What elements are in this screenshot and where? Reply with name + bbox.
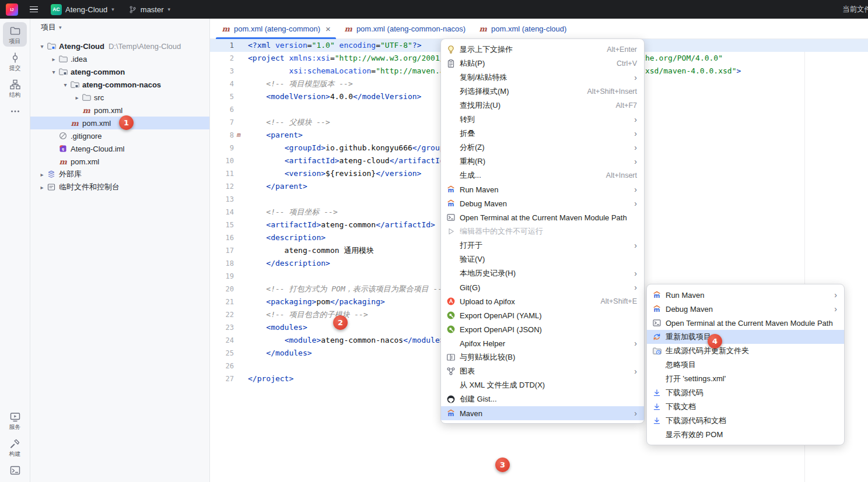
menu-item-icon-slot bbox=[446, 157, 456, 166]
intellij-logo-icon[interactable]: IJ bbox=[6, 3, 18, 16]
tool-button-structure[interactable]: 结构 bbox=[3, 76, 27, 100]
context-menu-item[interactable]: Export OpenAPI (YAML) bbox=[441, 308, 644, 322]
svg-text:m: m bbox=[479, 24, 487, 33]
editor-tab[interactable]: mpom.xml (ateng-common-nacos) bbox=[337, 19, 472, 38]
maven-icon: m bbox=[446, 185, 456, 194]
maven-submenu-item[interactable]: 下载源代码 bbox=[647, 386, 844, 400]
chevron-right-icon[interactable]: ▸ bbox=[72, 94, 82, 101]
tree-item[interactable]: ▸外部库 bbox=[30, 168, 209, 181]
run-disabled-icon bbox=[446, 227, 456, 236]
context-menu-item[interactable]: 生成...Alt+Insert bbox=[441, 168, 644, 182]
chevron-right-icon[interactable]: ▸ bbox=[49, 56, 58, 62]
project-widget[interactable]: AC Ateng-Cloud ▾ bbox=[46, 2, 119, 17]
context-menu-item[interactable]: 复制/粘贴特殊› bbox=[441, 71, 644, 85]
menu-item-icon-slot bbox=[446, 241, 456, 250]
context-menu-item[interactable]: Export OpenAPI (JSON) bbox=[441, 322, 644, 336]
context-menu-item[interactable]: Open Terminal at the Current Maven Modul… bbox=[441, 210, 644, 224]
chevron-right-icon[interactable]: ▸ bbox=[37, 184, 47, 191]
tool-button-services[interactable]: 服务 bbox=[3, 408, 27, 432]
tree-item[interactable]: .gitignore bbox=[30, 129, 209, 142]
menu-item-shortcut: Alt+Insert bbox=[606, 171, 637, 180]
maven-submenu-item[interactable]: 显示有效的 POM bbox=[647, 428, 844, 442]
maven-submenu-item[interactable]: 下载文档 bbox=[647, 400, 844, 414]
menu-item-label: 生成... bbox=[460, 170, 594, 181]
gutter: 14 bbox=[210, 206, 248, 219]
menu-item-label: Open Terminal at the Current Maven Modul… bbox=[460, 213, 637, 222]
tool-button-commit[interactable]: 提交 bbox=[3, 49, 27, 73]
tree-item[interactable]: mpom.xml bbox=[30, 155, 209, 168]
context-menu-item[interactable]: 显示上下文操作Alt+Enter bbox=[441, 43, 644, 57]
close-icon[interactable]: × bbox=[326, 24, 331, 33]
context-menu-item[interactable]: 重构(R)› bbox=[441, 154, 644, 168]
maven-submenu-item[interactable]: 忽略项目 bbox=[647, 358, 844, 372]
openapi-icon bbox=[446, 325, 456, 334]
tree-item[interactable]: ▸临时文件和控制台 bbox=[30, 181, 209, 193]
maven-file-icon: m bbox=[478, 24, 488, 33]
context-menu-item[interactable]: Apifox Helper› bbox=[441, 336, 644, 350]
editor-context-menu: 显示上下文操作Alt+Enter粘贴(P)Ctrl+V复制/粘贴特殊›列选择模式… bbox=[440, 38, 645, 424]
context-menu-item[interactable]: 从 XML 文件生成 DTD(X) bbox=[441, 378, 644, 392]
libraries-icon bbox=[47, 170, 56, 179]
menu-item-label: 粘贴(P) bbox=[460, 58, 605, 69]
maven-submenu-item[interactable]: 下载源代码和文档 bbox=[647, 414, 844, 428]
ignore-file-icon bbox=[58, 131, 68, 140]
chevron-down-icon[interactable]: ▾ bbox=[37, 43, 47, 50]
current-file-widget[interactable]: 当前文件 bbox=[842, 5, 868, 15]
line-number: 1 bbox=[219, 39, 234, 52]
context-menu-item[interactable]: 折叠› bbox=[441, 126, 644, 140]
git-branch-widget[interactable]: master ▾ bbox=[124, 3, 175, 16]
context-menu-item[interactable]: 本地历史记录(H)› bbox=[441, 266, 644, 280]
tree-item[interactable]: ▸.idea bbox=[30, 52, 209, 65]
step-badge-3: 3 bbox=[495, 458, 510, 472]
tool-button-project[interactable]: 项目 bbox=[3, 22, 27, 47]
context-menu-item[interactable]: 打开于› bbox=[441, 238, 644, 252]
context-menu-item[interactable]: Git(G)› bbox=[441, 280, 644, 294]
context-menu-item[interactable]: 创建 Gist... bbox=[441, 392, 644, 406]
tree-item-label: 外部库 bbox=[59, 169, 82, 180]
menu-item-label: 本地历史记录(H) bbox=[460, 268, 628, 279]
maven-submenu-item[interactable]: mDebug Maven› bbox=[647, 302, 844, 316]
tool-button-more[interactable] bbox=[3, 103, 27, 119]
project-tool-icon bbox=[9, 25, 21, 37]
context-menu-item[interactable]: mMaven› bbox=[441, 406, 644, 420]
menu-item-label: 下载源代码 bbox=[666, 388, 837, 398]
tree-item[interactable]: ▸src bbox=[30, 91, 209, 104]
project-panel-header[interactable]: 项目 ▾ bbox=[30, 19, 209, 36]
gutter: 1 bbox=[210, 39, 248, 52]
context-menu-item[interactable]: 转到› bbox=[441, 112, 644, 126]
maven-submenu-item[interactable]: 重新加载项目 bbox=[647, 330, 844, 344]
context-menu-item[interactable]: Upload to ApifoxAlt+Shift+E bbox=[441, 294, 644, 308]
tool-button-build[interactable]: 构建 bbox=[3, 435, 27, 459]
tree-item[interactable]: IJAteng-Cloud.iml bbox=[30, 142, 209, 155]
context-menu-item[interactable]: mDebug Maven› bbox=[441, 196, 644, 210]
main-menu-icon[interactable] bbox=[26, 3, 41, 16]
maven-submenu-item[interactable]: 打开 'settings.xml' bbox=[647, 372, 844, 386]
menu-item-label: Debug Maven bbox=[666, 305, 828, 314]
maven-submenu-item[interactable]: mRun Maven› bbox=[647, 288, 844, 302]
tree-item[interactable]: ▾ateng-common bbox=[30, 65, 209, 78]
context-menu-item[interactable]: 列选择模式(M)Alt+Shift+Insert bbox=[441, 85, 644, 98]
maven-file-icon: m bbox=[70, 118, 79, 128]
tool-button-terminal[interactable] bbox=[3, 462, 27, 479]
menu-item-icon-slot bbox=[446, 115, 456, 124]
menu-item-label: 分析(Z) bbox=[460, 142, 628, 153]
context-menu-item[interactable]: 粘贴(P)Ctrl+V bbox=[441, 57, 644, 71]
context-menu-item[interactable]: 图表› bbox=[441, 364, 644, 378]
chevron-down-icon[interactable]: ▾ bbox=[61, 82, 70, 88]
context-menu-item[interactable]: 查找用法(U)Alt+F7 bbox=[441, 98, 644, 112]
context-menu-item[interactable]: 编辑器中的文件不可运行 bbox=[441, 224, 644, 238]
tree-item-label: Ateng-Cloud.iml bbox=[71, 145, 125, 153]
chevron-right-icon[interactable]: ▸ bbox=[37, 171, 47, 178]
maven-submenu-item[interactable]: 生成源代码并更新文件夹 bbox=[647, 344, 844, 358]
chevron-down-icon[interactable]: ▾ bbox=[49, 69, 58, 75]
editor-tab[interactable]: mpom.xml (ateng-common)× bbox=[215, 19, 337, 38]
context-menu-item[interactable]: 验证(V) bbox=[441, 252, 644, 266]
context-menu-item[interactable]: 与剪贴板比较(B) bbox=[441, 350, 644, 364]
context-menu-item[interactable]: 分析(Z)› bbox=[441, 140, 644, 154]
maven-submenu-item[interactable]: Open Terminal at the Current Maven Modul… bbox=[647, 316, 844, 330]
context-menu-item[interactable]: mRun Maven› bbox=[441, 182, 644, 196]
tree-item[interactable]: ▾ateng-common-nacos bbox=[30, 78, 209, 91]
tree-item[interactable]: ▾Ateng-CloudD:\Temp\Ateng-Cloud bbox=[30, 40, 209, 52]
tree-item[interactable]: mpom.xml bbox=[30, 104, 209, 117]
editor-tab[interactable]: mpom.xml (ateng-cloud) bbox=[472, 19, 573, 38]
